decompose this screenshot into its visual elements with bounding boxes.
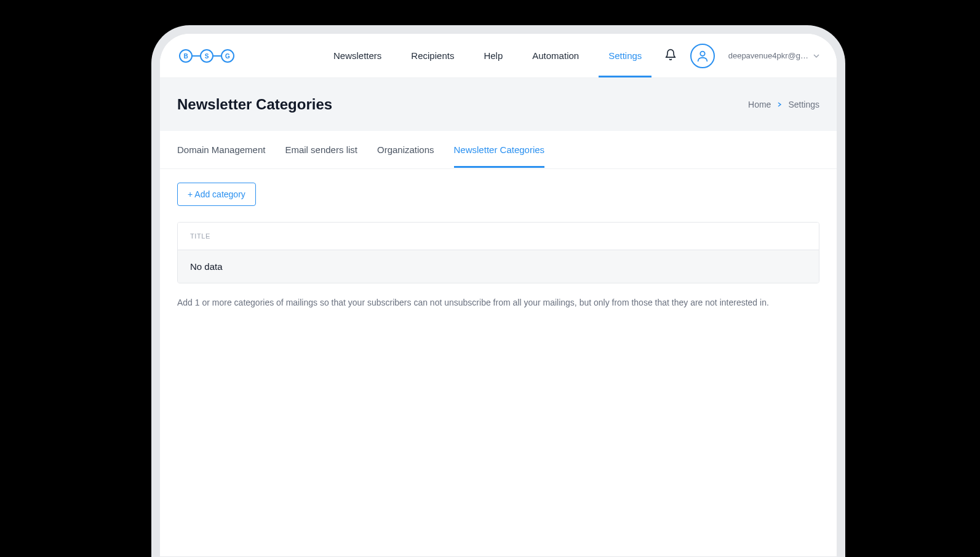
caret-down-icon [813, 50, 819, 61]
avatar[interactable] [690, 44, 715, 68]
breadcrumb-current[interactable]: Settings [788, 100, 819, 109]
user-email: deepavenue4pkr@g… [728, 51, 808, 60]
user-menu[interactable]: deepavenue4pkr@g… [728, 50, 819, 61]
logo-letter: G [225, 53, 230, 60]
app-viewport: B S G Newsletters Recipients Help Automa… [160, 34, 837, 556]
tab-email-senders-list[interactable]: Email senders list [285, 132, 357, 167]
logo-letter: B [183, 53, 188, 60]
device-side-button [155, 184, 159, 227]
top-navbar: B S G Newsletters Recipients Help Automa… [160, 34, 837, 78]
notifications-icon[interactable] [664, 49, 677, 63]
content-area: + Add category TITLE No data Add 1 or mo… [160, 169, 837, 323]
tab-domain-management[interactable]: Domain Management [177, 132, 265, 167]
device-side-button [155, 135, 159, 166]
device-side-button [155, 240, 159, 283]
table-header-title: TITLE [178, 223, 819, 250]
nav-newsletters[interactable]: Newsletters [319, 34, 396, 77]
tab-newsletter-categories[interactable]: Newsletter Categories [454, 132, 545, 167]
breadcrumb-home[interactable]: Home [748, 100, 771, 109]
page-header: Newsletter Categories Home Settings [160, 78, 837, 131]
help-text: Add 1 or more categories of mailings so … [177, 297, 819, 309]
nav-help[interactable]: Help [469, 34, 517, 77]
nav-settings[interactable]: Settings [594, 34, 656, 77]
topbar-right: deepavenue4pkr@g… [664, 44, 819, 68]
nav-automation[interactable]: Automation [517, 34, 594, 77]
avatar-icon [696, 49, 709, 63]
breadcrumb: Home Settings [748, 100, 819, 109]
logo[interactable]: B S G [177, 47, 239, 65]
categories-table: TITLE No data [177, 222, 819, 283]
svg-point-5 [700, 51, 704, 55]
page-title: Newsletter Categories [177, 96, 332, 113]
tab-organizations[interactable]: Organizations [377, 132, 434, 167]
main-nav: Newsletters Recipients Help Automation S… [319, 34, 656, 77]
logo-letter: S [205, 53, 209, 60]
table-empty-row: No data [178, 250, 819, 283]
chevron-right-icon [777, 100, 782, 109]
nav-recipients[interactable]: Recipients [396, 34, 469, 77]
settings-subtabs: Domain Management Email senders list Org… [160, 131, 837, 169]
add-category-button[interactable]: + Add category [177, 183, 256, 206]
